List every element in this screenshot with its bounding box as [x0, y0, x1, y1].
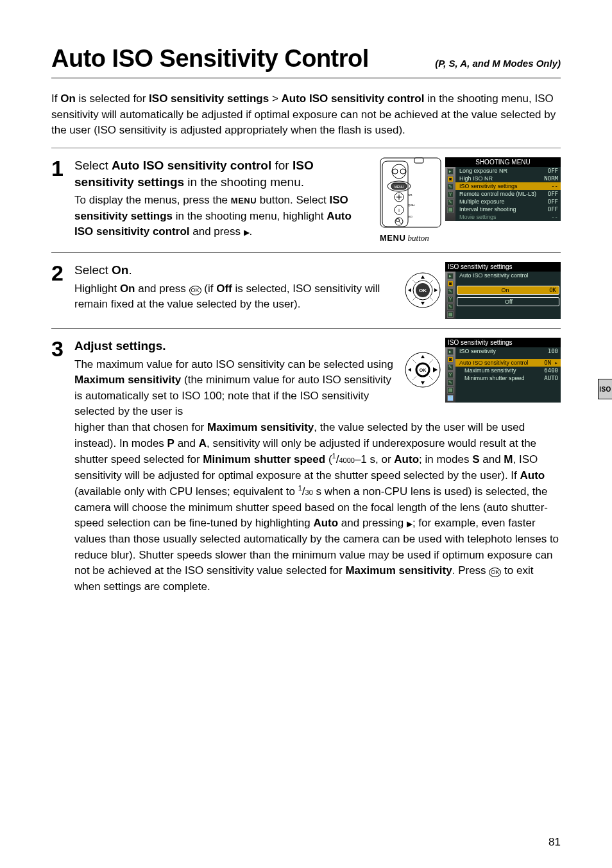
playback-tab-icon: ▸ — [447, 273, 454, 279]
fraction-den: 30 — [305, 489, 313, 496]
text-bold: Maximum sensitivity — [74, 374, 181, 386]
text: . — [128, 263, 132, 277]
step-paragraph: The maximum value for auto ISO sensitivi… — [74, 357, 396, 421]
manual-page: Auto ISO Sensitivity Control (P, S, A, a… — [0, 0, 612, 627]
value: -- — [551, 183, 558, 189]
menu-item-selected: ISO sensitivity settings-- — [455, 182, 561, 190]
text: button. Select — [257, 194, 329, 206]
svg-text:QUAL: QUAL — [408, 204, 416, 207]
setup-tab-icon: Y — [447, 372, 454, 378]
value: OFF — [548, 168, 558, 174]
text: and press — [190, 225, 244, 238]
step-number: 3 — [51, 338, 65, 595]
label: Long exposure NR — [459, 168, 507, 174]
step-heading: Adjust settings. — [74, 338, 396, 354]
step-3: 3 Adjust settings. The maximum value for… — [51, 338, 561, 595]
text: . Press — [452, 564, 489, 577]
step-paragraph: Highlight On and press OK (if Off is sel… — [74, 281, 396, 313]
ok-icon: OK — [189, 286, 201, 295]
text-bold: On — [112, 263, 128, 277]
value: 100 — [548, 348, 558, 354]
mode-s: S — [472, 453, 479, 465]
menu-glyph: MENU — [380, 233, 405, 243]
screenshot-tab-icons: ▸ ◙ ✎ Y ✎ ▤ ? — [445, 347, 455, 403]
menu-item: Maximum sensitivity6400 — [455, 367, 561, 374]
setup-tab-icon: Y — [447, 191, 454, 198]
menu-button-caption: MENU button — [380, 233, 561, 243]
text: ( — [325, 453, 332, 465]
text-bold: Minimum shutter speed — [203, 453, 325, 465]
text: and — [480, 453, 504, 465]
mode-p: P — [167, 437, 174, 449]
custom-tab-icon: ✎ — [447, 184, 454, 190]
option: Off — [457, 297, 559, 306]
fraction-num: 1 — [298, 484, 302, 492]
text: If — [51, 92, 60, 105]
step3-figures: OK ISO sensitivity settings ▸ ◙ — [404, 338, 561, 420]
value: AUTO — [544, 375, 558, 381]
ok-icon: OK — [489, 568, 501, 577]
text-bold: Auto ISO sensitivity control — [112, 159, 271, 172]
svg-text:ISO: ISO — [408, 215, 412, 218]
text: (if — [201, 282, 217, 295]
value: ON ▸ — [544, 360, 558, 366]
text-bold: On — [120, 282, 135, 295]
step-2: 2 Select On. Highlight On and press OK (… — [51, 262, 561, 319]
divider — [51, 328, 561, 329]
shooting-menu-screenshot: SHOOTING MENU ▸ ◙ ✎ Y ✎ ▤ — [445, 157, 561, 221]
menu-item: Minimum shutter speedAUTO — [455, 374, 561, 382]
label: Auto ISO sensitivity control — [459, 272, 529, 279]
text: –1 s, or — [355, 453, 394, 465]
shooting-tab-icon: ◙ — [447, 356, 454, 363]
screenshot-menu-list: Long exposure NROFF High ISO NRNORM ISO … — [455, 167, 561, 221]
fraction-den: 4000 — [339, 456, 354, 464]
svg-text:WB: WB — [408, 193, 412, 196]
screenshot-tab-icons: ▸ ◙ ✎ Y ✎ ▤ — [445, 167, 455, 221]
playback-tab-icon: ▸ — [447, 168, 454, 175]
text: > — [269, 92, 281, 105]
page-number: 81 — [548, 836, 561, 849]
page-subtitle: (P, S, A, and M Modes Only) — [382, 58, 561, 69]
menu-item: Multiple exposureOFF — [455, 198, 561, 205]
text: in the shooting menu, highlight — [173, 210, 327, 222]
text: for — [271, 159, 293, 172]
text-bold: Maximum sensitivity — [207, 421, 314, 433]
right-triangle-icon: ▶ — [244, 228, 250, 237]
text-bold: Maximum sensitivity — [345, 564, 452, 577]
shooting-tab-icon: ◙ — [447, 281, 454, 287]
screenshot-title: ISO sensitivity settings — [445, 338, 561, 347]
text-bold: Auto — [520, 469, 545, 482]
text-bold: Off — [216, 282, 232, 295]
text-bold: On — [60, 92, 76, 105]
step2-figures: OK ISO sensitivity settings ▸ ◙ — [404, 262, 561, 319]
screenshot-tab-icons: ▸ ◙ ✎ Y ✎ ▤ — [445, 272, 455, 319]
label: Remote control mode (ML-L3) — [459, 191, 536, 197]
text: Highlight — [74, 282, 120, 295]
screenshot-menu-list: ISO sensitivity100 Auto ISO sensitivity … — [455, 347, 561, 403]
label: Multiple exposure — [459, 198, 505, 205]
label: Auto ISO sensitivity control — [459, 360, 529, 366]
text: higher than that chosen for — [74, 421, 207, 433]
value: OFF — [548, 191, 558, 197]
text-bold: Auto — [394, 453, 419, 465]
ok-mark: OK — [549, 287, 556, 293]
step-1: 1 Select Auto ISO sensitivity control fo… — [51, 157, 561, 243]
label: On — [502, 287, 509, 293]
value: -- — [551, 214, 558, 220]
page-header: Auto ISO Sensitivity Control (P, S, A, a… — [51, 45, 561, 73]
text-bold: Auto — [313, 517, 338, 529]
step1-figures: MENU i WB QUAL ISO SHOOTING MENU — [380, 157, 561, 243]
text-bold: ISO sensitivity settings — [149, 92, 269, 105]
intro-paragraph: If On is selected for ISO sensitivity se… — [51, 91, 561, 139]
value: OFF — [548, 198, 558, 205]
text: To display the menus, press the — [74, 194, 231, 206]
help-tab-icon: ? — [447, 395, 454, 401]
svg-text:OK: OK — [419, 288, 427, 293]
menu-item: Long exposure NROFF — [455, 167, 561, 175]
text: Select — [74, 159, 112, 172]
text: and — [174, 437, 199, 449]
text-bold: Auto ISO sensitivity control — [282, 92, 425, 105]
menu-item: Remote control mode (ML-L3)OFF — [455, 190, 561, 198]
svg-text:MENU: MENU — [395, 185, 404, 189]
step-heading: Select On. — [74, 262, 396, 279]
